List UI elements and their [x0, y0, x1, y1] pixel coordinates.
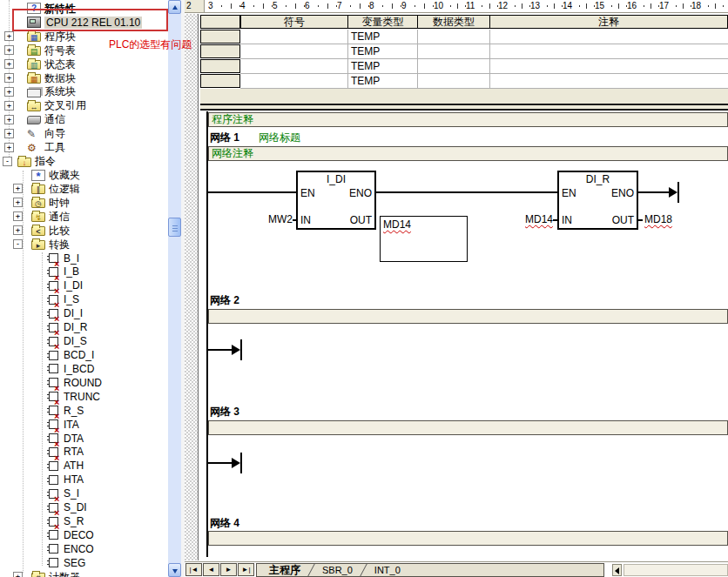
- tree-item[interactable]: B_I: [0, 252, 168, 265]
- tree-item[interactable]: DI_R: [0, 320, 168, 334]
- network-1-comment-strip[interactable]: 网络注释: [208, 146, 728, 161]
- tree-item[interactable]: I_DI: [0, 278, 168, 292]
- comment-cell[interactable]: [490, 44, 728, 59]
- tree-item[interactable]: HTA: [0, 473, 168, 486]
- tree-item[interactable]: - 转换: [0, 238, 168, 252]
- tree-expand-toggle[interactable]: +: [4, 59, 14, 69]
- operand-mw2[interactable]: MW2: [263, 214, 293, 225]
- next-tab-button[interactable]: ►: [220, 563, 237, 576]
- var-type-cell[interactable]: TEMP: [348, 74, 418, 89]
- tree-expand-toggle[interactable]: +: [4, 73, 14, 83]
- var-table-column-header[interactable]: 注释: [489, 15, 728, 29]
- tree-item[interactable]: DTA: [0, 432, 168, 446]
- tree-item[interactable]: 收藏夹: [0, 168, 168, 182]
- tree-item[interactable]: S_R: [0, 514, 168, 528]
- idi-function-box[interactable]: I_DI EN ENO IN OUT: [296, 171, 376, 230]
- tree-expand-toggle[interactable]: +: [13, 184, 23, 193]
- operand-md14-in[interactable]: MD14: [524, 214, 553, 225]
- var-type-cell[interactable]: TEMP: [348, 59, 418, 74]
- var-table-column-header[interactable]: 数据类型: [417, 15, 490, 29]
- tree-item[interactable]: DECO: [0, 528, 168, 542]
- tree-item[interactable]: - 指令: [0, 154, 168, 168]
- tree-item[interactable]: + 交叉引用: [0, 98, 168, 112]
- tab-main-program[interactable]: 主程序: [266, 563, 304, 577]
- scroll-up-icon[interactable]: [168, 0, 181, 14]
- tree-item[interactable]: DI_S: [0, 334, 168, 348]
- network-number[interactable]: 网络 4: [210, 516, 239, 531]
- network-number[interactable]: 网络 2: [210, 293, 239, 308]
- comment-cell[interactable]: [490, 59, 728, 74]
- tree-item[interactable]: ITA: [0, 418, 168, 432]
- scrollbar-thumb[interactable]: [168, 218, 181, 237]
- tab-sbr0[interactable]: SBR_0: [319, 565, 356, 575]
- var-table-row-header[interactable]: [200, 30, 240, 44]
- tree-expand-toggle[interactable]: +: [4, 115, 14, 124]
- tree-expand-toggle[interactable]: -: [3, 157, 12, 166]
- network-number[interactable]: 网络 1: [210, 131, 239, 145]
- var-type-cell[interactable]: TEMP: [348, 30, 418, 44]
- comment-cell[interactable]: [490, 74, 728, 89]
- tree-item[interactable]: + 位逻辑: [0, 182, 168, 196]
- var-table-column-header[interactable]: 变量类型: [347, 15, 418, 29]
- data-type-cell[interactable]: [418, 59, 490, 74]
- var-table-row-header[interactable]: [200, 59, 240, 73]
- symbol-cell[interactable]: [240, 44, 348, 59]
- tree-item[interactable]: + 状态表: [0, 57, 168, 71]
- var-type-cell[interactable]: TEMP: [348, 44, 418, 59]
- tree-expand-toggle[interactable]: +: [4, 101, 14, 111]
- tree-item[interactable]: CPU 212 REL 01.10: [0, 16, 168, 30]
- tree-expand-toggle[interactable]: +: [4, 129, 14, 138]
- tree-item[interactable]: + 通信: [0, 112, 168, 126]
- tree-item[interactable]: BCD_I: [0, 348, 168, 362]
- tree-item[interactable]: + 数据块: [0, 71, 168, 85]
- var-table-row-header[interactable]: [200, 44, 240, 58]
- network-3-comment-strip[interactable]: [208, 420, 728, 435]
- tree-item[interactable]: + 比较: [0, 224, 168, 238]
- data-type-cell[interactable]: [418, 30, 490, 44]
- prev-tab-button[interactable]: ◄: [203, 563, 219, 576]
- tree-item[interactable]: 新特性: [0, 2, 168, 16]
- table-ladder-splitter[interactable]: [200, 104, 728, 111]
- tree-expand-toggle[interactable]: +: [4, 87, 14, 97]
- data-type-cell[interactable]: [418, 74, 490, 89]
- tree-item[interactable]: + 工具: [0, 140, 168, 154]
- tree-expand-toggle[interactable]: +: [4, 143, 14, 152]
- tree-item[interactable]: SEG: [0, 556, 168, 570]
- tree-item[interactable]: DI_I: [0, 306, 168, 320]
- tree-item[interactable]: + 计数器: [0, 570, 168, 577]
- tree-item[interactable]: S_I: [0, 486, 168, 500]
- tree-item[interactable]: I_B: [0, 265, 168, 279]
- data-type-cell[interactable]: [418, 44, 490, 59]
- tree-item[interactable]: ATH: [0, 459, 168, 473]
- symbol-cell[interactable]: [240, 30, 348, 44]
- last-tab-button[interactable]: ►|: [238, 563, 254, 576]
- tab-int0[interactable]: INT_0: [371, 565, 404, 575]
- horizontal-scrollbar[interactable]: [624, 564, 728, 576]
- symbol-cell[interactable]: [240, 59, 348, 74]
- operand-edit-box[interactable]: MD14: [380, 216, 468, 262]
- tree-item[interactable]: TRUNC: [0, 390, 168, 404]
- comment-cell[interactable]: [490, 30, 728, 44]
- scroll-down-icon[interactable]: [168, 563, 181, 577]
- tree-item[interactable]: I_S: [0, 292, 168, 306]
- tree-item[interactable]: I_BCD: [0, 362, 168, 376]
- tree-expand-toggle[interactable]: -: [13, 239, 23, 249]
- tree-item[interactable]: + 通信: [0, 210, 168, 224]
- program-comment-strip[interactable]: 程序注释: [208, 112, 728, 127]
- tree-expand-toggle[interactable]: +: [13, 572, 23, 577]
- tree-item[interactable]: + 系统块: [0, 85, 168, 99]
- tree-item[interactable]: ROUND: [0, 376, 168, 390]
- tree-item[interactable]: S_DI: [0, 500, 168, 514]
- tree-expand-toggle[interactable]: +: [13, 198, 23, 207]
- tree-item[interactable]: + 时钟: [0, 196, 168, 210]
- first-tab-button[interactable]: |◄: [185, 563, 202, 576]
- network-4-comment-strip[interactable]: [208, 531, 728, 546]
- tree-item[interactable]: ENCO: [0, 542, 168, 556]
- tree-expand-toggle[interactable]: +: [13, 211, 23, 221]
- dir-function-box[interactable]: DI_R EN ENO IN OUT: [557, 171, 638, 230]
- tree-item[interactable]: RTA: [0, 446, 168, 460]
- tree-expand-toggle[interactable]: +: [4, 45, 14, 55]
- var-table-column-header[interactable]: 符号: [240, 15, 348, 29]
- tree-item[interactable]: + 向导: [0, 126, 168, 140]
- tree-item[interactable]: R_S: [0, 404, 168, 418]
